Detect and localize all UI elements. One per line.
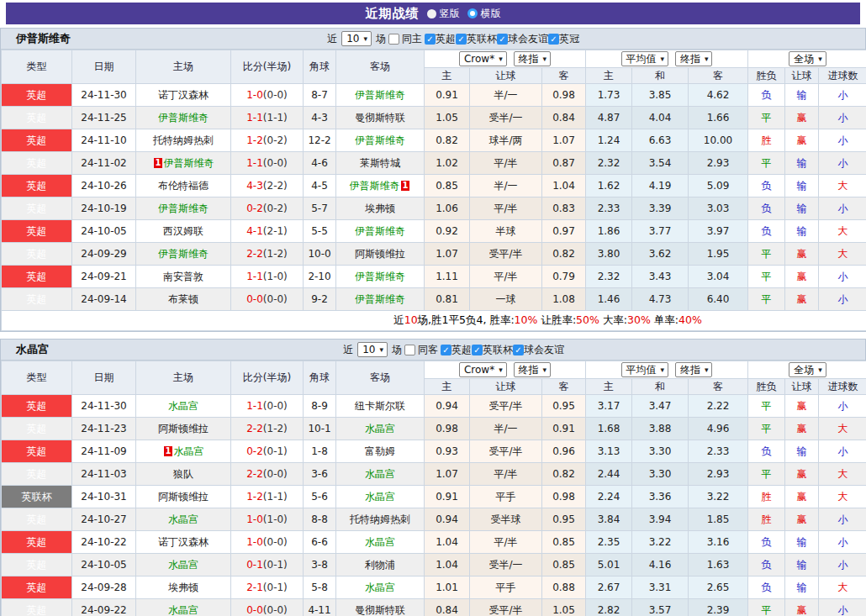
home-team[interactable]: 水晶宫 (136, 508, 231, 531)
layout-option-horizontal[interactable]: 横版 (467, 7, 501, 21)
away-team[interactable]: 利物浦 (336, 554, 425, 577)
league-checkbox-checked[interactable] (425, 34, 436, 45)
league-checkbox-checked[interactable] (456, 34, 467, 45)
corner-cell: 8-8 (304, 508, 336, 531)
away-team[interactable]: 托特纳姆热刺 (336, 508, 425, 531)
away-team[interactable]: 水晶宫 (336, 531, 425, 554)
league-checkbox-checked[interactable] (497, 34, 508, 45)
col-result-handicap: 让球 (785, 379, 819, 395)
avg-draw-cell: 6.63 (632, 129, 689, 152)
away-team[interactable]: 伊普斯维奇 (336, 288, 425, 311)
result-handicap-cell: 赢 (785, 288, 819, 311)
home-team[interactable]: 诺丁汉森林 (136, 84, 231, 107)
recent-count-select[interactable]: 10▾ (341, 31, 372, 46)
league-badge: 英超 (2, 395, 72, 418)
away-team[interactable]: 伊普斯维奇 (336, 129, 425, 152)
result-goals-cell: 小 (819, 599, 866, 616)
fulltime-select[interactable]: 全场▾ (789, 362, 826, 377)
home-team[interactable]: 西汉姆联 (136, 220, 231, 243)
same-venue-checkbox[interactable] (388, 34, 399, 45)
layout-option-vertical[interactable]: 竖版 (427, 7, 460, 21)
results-table: 类型 日期 主场 比分(半场) 角球 客场 Crow*▾ 终指▾ 平均值▾ 终指… (1, 361, 866, 616)
home-team[interactable]: 水晶宫 (136, 554, 231, 577)
avg-away-cell: 1.85 (689, 508, 748, 531)
final-odds-select[interactable]: 终指▾ (675, 362, 713, 377)
avg-select-cell: 平均值▾ 终指▾ (586, 50, 748, 68)
score-cell: 0-2(0-2) (231, 197, 304, 220)
home-team[interactable]: 南安普敦 (136, 266, 231, 288)
home-team[interactable]: 布伦特福德 (136, 175, 231, 197)
away-team-name: 富勒姆 (365, 445, 395, 457)
away-team[interactable]: 埃弗顿 (336, 197, 425, 220)
home-team-name: 埃弗顿 (168, 582, 198, 593)
col-score: 比分(半场) (231, 50, 304, 84)
home-team[interactable]: 埃弗顿 (136, 577, 231, 599)
away-team[interactable]: 水晶宫 (336, 418, 425, 440)
home-team[interactable]: 伊普斯维奇 (136, 107, 231, 129)
avg-home-cell: 2.33 (586, 197, 632, 220)
radio-selected-icon[interactable] (467, 8, 478, 18)
home-team[interactable]: 诺丁汉森林 (136, 531, 231, 554)
col-odds-away: 客 (542, 68, 586, 84)
home-team[interactable]: 1水晶宫 (136, 440, 231, 463)
home-team[interactable]: 阿斯顿维拉 (136, 486, 231, 508)
final-odds-select[interactable]: 终指▾ (675, 51, 713, 66)
recent-count-select[interactable]: 10▾ (357, 342, 388, 357)
chevron-down-icon: ▾ (661, 366, 665, 374)
league-badge: 英超 (2, 129, 72, 152)
avg-draw-cell: 3.57 (632, 599, 689, 616)
league-checkbox-checked[interactable] (472, 345, 483, 355)
fulltime-select[interactable]: 全场▾ (789, 51, 826, 66)
league-checkbox-checked[interactable] (548, 34, 559, 45)
home-team[interactable]: 阿斯顿维拉 (136, 418, 231, 440)
away-team[interactable]: 水晶宫 (336, 577, 425, 599)
table-row: 英联杯 24-10-31 阿斯顿维拉 1-2(1-1) 5-6 水晶宫 0.91… (2, 486, 866, 508)
result-wdl-cell: 负 (748, 175, 785, 197)
col-home: 主场 (136, 50, 231, 84)
away-team[interactable]: 水晶宫 (336, 486, 425, 508)
away-team[interactable]: 富勒姆 (336, 440, 425, 463)
same-venue-checkbox[interactable] (404, 345, 415, 355)
final-odds-select[interactable]: 终指▾ (514, 362, 552, 377)
away-team[interactable]: 伊普斯维奇 (336, 84, 425, 107)
result-goals-cell: 大 (819, 175, 866, 197)
home-team[interactable]: 水晶宫 (136, 395, 231, 418)
home-team[interactable]: 1伊普斯维奇 (136, 152, 231, 175)
avg-draw-cell: 3.30 (632, 463, 689, 486)
away-team[interactable]: 莱斯特城 (336, 152, 425, 175)
away-team[interactable]: 伊普斯维奇1 (336, 175, 425, 197)
radio-unselected-icon[interactable] (427, 9, 436, 18)
table-row: 英超 24-11-10 托特纳姆热刺 1-2(0-2) 12-2 伊普斯维奇 0… (2, 129, 866, 152)
result-wdl-cell: 负 (748, 577, 785, 599)
home-team[interactable]: 托特纳姆热刺 (136, 129, 231, 152)
away-team[interactable]: 伊普斯维奇 (336, 266, 425, 288)
chevron-down-icon: ▾ (499, 55, 503, 63)
league-filter-label: 英联杯 (467, 32, 497, 46)
table-row: 英超 24-10-22 诺丁汉森林 1-0(0-0) 6-6 水晶宫 1.04 … (2, 531, 866, 554)
table-row: 英超 24-11-09 1水晶宫 0-2(0-1) 1-8 富勒姆 0.93 受… (2, 440, 866, 463)
home-team[interactable]: 布莱顿 (136, 288, 231, 311)
average-select[interactable]: 平均值▾ (621, 51, 669, 66)
bookmaker-select[interactable]: Crow*▾ (459, 51, 507, 66)
away-team[interactable]: 水晶宫 (336, 463, 425, 486)
home-team[interactable]: 伊普斯维奇 (136, 197, 231, 220)
home-team[interactable]: 狼队 (136, 463, 231, 486)
average-select[interactable]: 平均值▾ (621, 362, 669, 377)
score-cell: 1-2(0-2) (231, 129, 304, 152)
home-team-name: 南安普敦 (163, 271, 203, 282)
table-row: 英超 24-09-21 南安普敦 1-1(1-0) 2-10 伊普斯维奇 1.1… (2, 266, 866, 288)
home-team[interactable]: 伊普斯维奇 (136, 243, 231, 266)
away-team[interactable]: 伊普斯维奇 (336, 220, 425, 243)
away-team[interactable]: 曼彻斯特联 (336, 599, 425, 616)
league-checkbox-checked[interactable] (513, 345, 524, 355)
away-team[interactable]: 纽卡斯尔联 (336, 395, 425, 418)
away-team[interactable]: 曼彻斯特联 (336, 107, 425, 129)
final-odds-select[interactable]: 终指▾ (514, 51, 552, 66)
bookmaker-select[interactable]: Crow*▾ (459, 362, 507, 377)
league-badge: 英超 (2, 599, 72, 616)
league-checkbox-checked[interactable] (441, 345, 451, 355)
fulltime-select-cell: 全场▾ (748, 50, 866, 68)
away-team[interactable]: 阿斯顿维拉 (336, 243, 425, 266)
odds-away-cell: 0.95 (542, 508, 586, 531)
home-team[interactable]: 水晶宫 (136, 599, 231, 616)
